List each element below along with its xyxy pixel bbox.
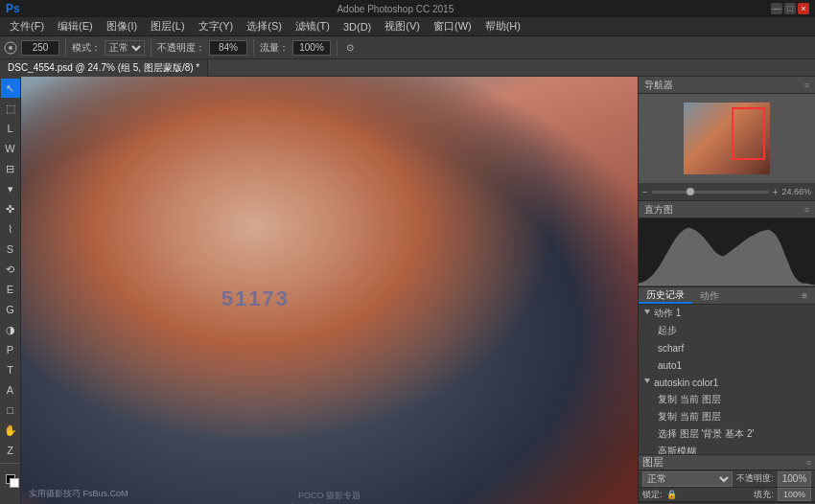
tool-pen[interactable]: P [1,340,20,359]
history-item[interactable]: 复制 当前 图层 [639,391,815,408]
menu-file[interactable]: 文件(F) [4,17,50,35]
history-label: 复制 当前 图层 [658,393,721,406]
app-logo: Ps [6,2,20,15]
navigator-title: 导航器 [644,79,673,92]
zoom-in-icon[interactable]: + [773,187,779,197]
layer-opacity-input[interactable] [778,471,811,487]
histogram-panel: 直方图 ≡ 亮度 ▲ [639,201,815,287]
mode-label: 模式： [72,41,101,55]
maximize-button[interactable]: □ [784,3,796,14]
history-label: autoskin color1 [654,378,718,388]
tool-crop[interactable]: ⊟ [1,159,20,178]
foreground-color[interactable] [1,470,20,489]
tool-shape[interactable]: □ [1,401,20,420]
active-file-tab[interactable]: DSC_4554.psd @ 24.7% (组 5, 图层蒙版/8) * [0,59,208,77]
nav-zoom-bar: − + 24.66% [639,183,815,200]
menu-text[interactable]: 文字(Y) [193,17,240,35]
tool-eraser[interactable]: E [1,280,20,299]
layer-blend-select[interactable]: 正常 [642,471,733,487]
histogram-menu-btn[interactable]: ≡ [804,205,809,215]
expand-icon [644,309,650,317]
tool-brush[interactable]: ⌇ [1,219,20,239]
title-bar: Ps Adobe Photoshop CC 2015 — □ × [0,0,815,17]
window-title: Adobe Photoshop CC 2015 [28,4,763,14]
lock-all-icon[interactable]: 🔒 [666,490,677,499]
tool-clone[interactable]: S [1,240,20,259]
sep3 [253,39,254,57]
opacity-input[interactable] [209,40,247,56]
history-item[interactable]: auto1 [639,356,815,374]
history-item[interactable]: 复制 当前 图层 [639,408,815,425]
tool-select-rect[interactable]: ⬚ [1,99,20,118]
tab-actions[interactable]: 动作 [692,287,727,304]
history-label: 起步 [658,324,677,337]
navigator-menu-btn[interactable]: ≡ [804,80,809,90]
canvas-area[interactable]: 51173 POCO 摄影专题 http://photo.poco.cn 实用摄… [21,77,638,504]
tool-dodge[interactable]: ◑ [1,320,20,339]
history-label: 复制 当前 图层 [658,410,721,424]
layers-panel: 图层 ≡ 正常 不透明度: 锁定: 🔒 填充: � [639,455,815,504]
flow-input[interactable] [292,40,331,56]
tool-history-brush[interactable]: ⟲ [1,260,20,279]
fill-input[interactable] [778,488,811,501]
history-item[interactable]: 动作 1 [639,305,815,322]
tab-history[interactable]: 历史记录 [639,287,692,304]
history-label: 动作 1 [654,307,681,320]
histogram-header: 直方图 ≡ [639,201,815,218]
menu-view[interactable]: 视图(V) [379,17,426,35]
tool-gradient[interactable]: G [1,300,20,319]
blend-mode-select[interactable]: 正常 [105,40,145,56]
histogram-title: 直方图 [644,203,673,217]
menu-help[interactable]: 帮助(H) [479,17,526,35]
layers-title: 图层 [642,455,664,470]
tool-icon-brush [4,41,17,55]
tool-quick-select[interactable]: W [1,139,20,158]
menu-edit[interactable]: 编辑(E) [52,17,99,35]
menu-image[interactable]: 图像(I) [101,17,143,35]
menu-3d[interactable]: 3D(D) [338,19,377,34]
layer-fill-row: 锁定: 🔒 填充: [639,488,815,502]
nav-photo-thumb [684,103,770,174]
tool-zoom[interactable]: Z [1,441,20,460]
tool-hand[interactable]: ✋ [1,421,20,440]
airbrush-button[interactable]: ⊙ [343,41,357,54]
layers-menu-btn[interactable]: ≡ [806,458,811,468]
history-panel: 历史记录 动作 ≡ 动作 1 起步 scharf auto1 [639,287,815,455]
tool-eyedropper[interactable]: ▾ [1,179,20,198]
tool-lasso[interactable]: L [1,119,20,138]
menu-bar: 文件(F) 编辑(E) 图像(I) 图层(L) 文字(Y) 选择(S) 滤镜(T… [0,17,815,36]
lock-label: 锁定: [642,489,663,501]
zoom-out-icon[interactable]: − [642,187,648,197]
zoom-slider[interactable] [652,191,769,194]
sep4 [337,39,338,57]
menu-select[interactable]: 选择(S) [241,17,288,35]
history-item[interactable]: 高斯模糊 [639,443,815,455]
tool-heal[interactable]: ✜ [1,199,20,218]
tool-path-select[interactable]: A [1,380,20,400]
opacity-label: 不透明度： [157,41,205,55]
flow-label: 流量： [260,41,289,55]
brush-size-input[interactable] [21,40,59,56]
history-group-item[interactable]: autoskin color1 [639,374,815,391]
photo-background [21,77,638,504]
navigator-panel: 导航器 ≡ − + 24.66% [639,77,815,201]
history-item[interactable]: scharf [639,339,815,356]
layers-toolbar: 图层 ≡ [639,455,815,470]
menu-filter[interactable]: 滤镜(T) [290,17,336,35]
window-controls[interactable]: — □ × [771,3,809,14]
tool-move[interactable]: ↖ [1,79,20,98]
history-label: 高斯模糊 [658,445,696,455]
tool-separator [0,463,20,467]
close-button[interactable]: × [798,3,809,14]
history-item[interactable]: 选择 图层 '背景 基本 2' [639,425,815,443]
tool-text[interactable]: T [1,360,20,379]
minimize-button[interactable]: — [771,3,782,14]
histogram-display [639,218,815,286]
menu-layer[interactable]: 图层(L) [145,17,190,35]
opacity-text: 不透明度: [736,472,774,485]
history-tabs: 历史记录 动作 ≡ [639,287,815,305]
history-menu-btn[interactable]: ≡ [794,287,815,304]
menu-window[interactable]: 窗口(W) [428,17,477,35]
history-item[interactable]: 起步 [639,322,815,339]
tools-panel: ↖ ⬚ L W ⊟ ▾ ✜ ⌇ S ⟲ E G ◑ P T A □ ✋ Z [0,77,21,504]
